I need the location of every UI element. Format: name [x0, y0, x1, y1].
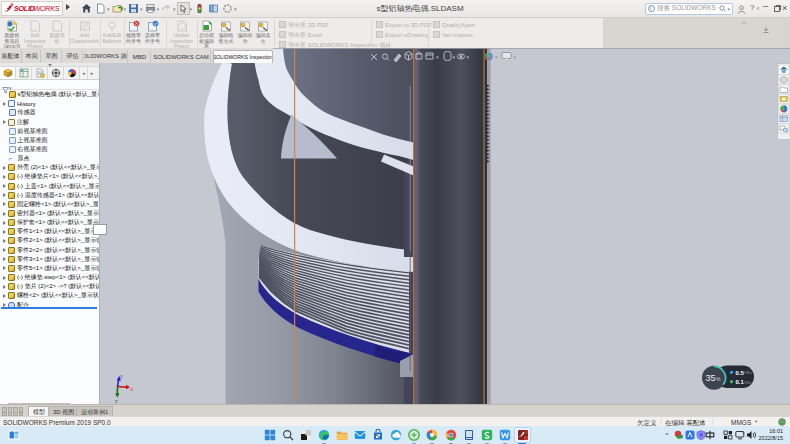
svg-text:i: i [650, 5, 651, 11]
svg-text:%: % [716, 376, 721, 382]
svg-text:SOLID: SOLID [14, 4, 35, 13]
svg-text:0.5: 0.5 [736, 370, 745, 376]
svg-text:0.1: 0.1 [736, 379, 745, 385]
svg-text:?: ? [742, 431, 745, 436]
svg-text:35: 35 [706, 373, 716, 383]
svg-text:KB/s: KB/s [745, 371, 752, 375]
svg-text:KB/s: KB/s [745, 381, 752, 385]
